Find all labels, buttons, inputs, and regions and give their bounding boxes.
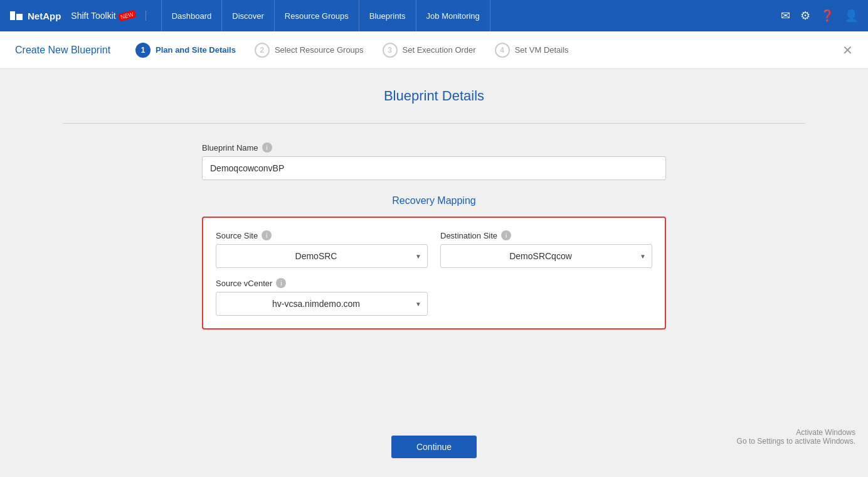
page-breadcrumb-title: Create New Blueprint [15,45,110,56]
source-site-select[interactable]: DemoSRC [216,244,428,268]
title-divider [63,123,805,124]
page-title: Blueprint Details [13,88,855,104]
step-4-label: Set VM Details [515,45,569,55]
sub-header: Create New Blueprint 1 Plan and Site Det… [0,31,868,69]
close-button[interactable]: ✕ [842,43,853,58]
source-site-col: Source Site i DemoSRC ▼ [216,230,428,268]
help-icon[interactable]: ❓ [820,9,834,23]
nav-link-job-monitoring[interactable]: Job Monitoring [416,0,490,31]
form-section: Blueprint Name i Recovery Mapping Source… [202,142,666,330]
step-1-circle: 1 [135,43,151,58]
continue-button[interactable]: Continue [391,436,477,458]
destination-site-col: Destination Site i DemoSRCqcow ▼ [440,230,652,268]
vcenter-row: Source vCenter i hv-vcsa.nimdemo.com ▼ [216,278,652,316]
shift-label: Shift Toolkit [71,11,115,21]
source-vcenter-select[interactable]: hv-vcsa.nimdemo.com [216,292,428,316]
blueprint-name-group: Blueprint Name i [202,142,666,180]
step-2[interactable]: 2 Select Resource Groups [255,43,364,58]
step-3-circle: 3 [383,43,398,58]
nav-link-dashboard[interactable]: Dashboard [161,0,223,31]
steps-indicator: 1 Plan and Site Details 2 Select Resourc… [135,43,842,58]
destination-site-wrapper: DemoSRCqcow ▼ [440,244,652,268]
nav-icons: ✉ ⚙ ❓ 👤 [781,9,858,23]
step-4[interactable]: 4 Set VM Details [495,43,569,58]
source-site-info-icon[interactable]: i [262,230,272,240]
source-vcenter-label: Source vCenter i [216,278,428,288]
top-navigation: NetApp Shift Toolkit NEW Dashboard Disco… [0,0,868,31]
logo-text: NetApp [28,11,61,21]
step-1-label: Plan and Site Details [156,45,236,55]
nav-link-blueprints[interactable]: Blueprints [359,0,416,31]
step-2-label: Select Resource Groups [275,45,364,55]
svg-rect-1 [16,14,23,20]
activate-windows-line2: Go to Settings to activate Windows. [737,437,855,446]
shift-badge: NEW [118,10,136,22]
svg-rect-0 [10,11,15,20]
activate-windows-watermark: Activate Windows Go to Settings to activ… [737,428,855,446]
destination-site-label: Destination Site i [440,230,652,240]
site-row: Source Site i DemoSRC ▼ Destination Site… [216,230,652,268]
destination-site-info-icon[interactable]: i [501,230,511,240]
shift-toolkit: Shift Toolkit NEW [71,11,146,21]
nav-links: Dashboard Discover Resource Groups Bluep… [161,0,781,31]
step-1[interactable]: 1 Plan and Site Details [135,43,236,58]
logo: NetApp [10,11,61,21]
notification-icon[interactable]: ✉ [781,9,790,23]
step-2-circle: 2 [255,43,270,58]
blueprint-name-label: Blueprint Name i [202,142,666,153]
source-vcenter-wrapper: hv-vcsa.nimdemo.com ▼ [216,292,428,316]
nav-link-discover[interactable]: Discover [222,0,275,31]
blueprint-name-input[interactable] [202,156,666,180]
source-site-label: Source Site i [216,230,428,240]
step-3-label: Set Execution Order [403,45,476,55]
gear-icon[interactable]: ⚙ [800,9,810,23]
user-icon[interactable]: 👤 [844,9,858,23]
recovery-mapping-title: Recovery Mapping [202,195,666,206]
source-vcenter-col: Source vCenter i hv-vcsa.nimdemo.com ▼ [216,278,428,316]
main-content: Blueprint Details Blueprint Name i Recov… [0,69,868,471]
step-3[interactable]: 3 Set Execution Order [383,43,476,58]
destination-site-select[interactable]: DemoSRCqcow [440,244,652,268]
source-vcenter-info-icon[interactable]: i [276,278,286,288]
activate-windows-line1: Activate Windows [737,428,855,437]
netapp-logo-icon [10,11,23,20]
source-site-wrapper: DemoSRC ▼ [216,244,428,268]
empty-col [440,278,652,316]
nav-link-resource-groups[interactable]: Resource Groups [275,0,359,31]
recovery-mapping-box: Source Site i DemoSRC ▼ Destination Site… [202,217,666,330]
step-4-circle: 4 [495,43,510,58]
blueprint-name-info-icon[interactable]: i [262,142,272,153]
